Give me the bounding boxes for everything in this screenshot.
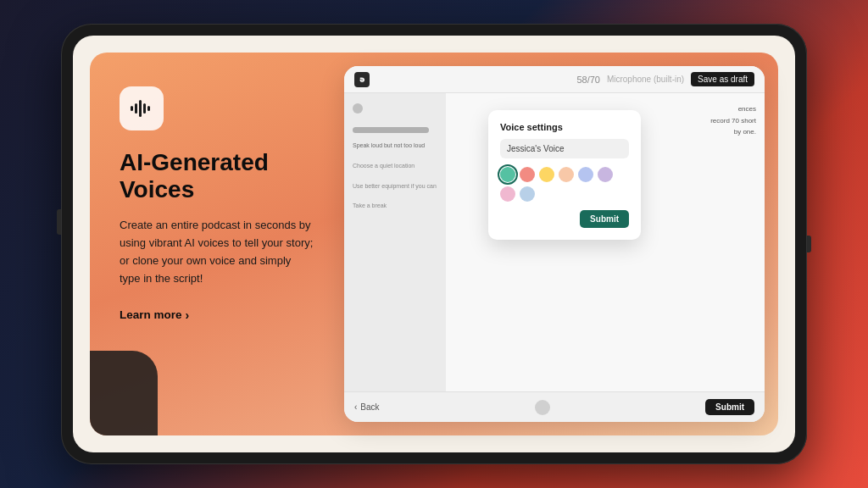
back-button[interactable]: ‹ Back [354, 402, 380, 412]
heading-line1: AI-Generated [120, 149, 269, 175]
color-option-yellow[interactable] [539, 167, 554, 182]
right-text-2: record 70 short [710, 115, 756, 127]
main-card: AI-Generated Voices Create an entire pod… [90, 53, 778, 435]
icon-badge [120, 86, 164, 130]
modal-title: Voice settings [500, 122, 629, 132]
character-counter: 58/70 [576, 75, 600, 85]
color-option-purple[interactable] [598, 167, 613, 182]
modal-submit-button[interactable]: Submit [580, 210, 629, 228]
svg-rect-1 [139, 100, 142, 117]
app-logo: ə [354, 72, 370, 87]
svg-rect-0 [135, 103, 137, 114]
svg-rect-4 [131, 106, 133, 111]
color-option-blue[interactable] [578, 167, 593, 182]
color-option-red[interactable] [520, 167, 535, 182]
sidebar-item-1 [353, 127, 429, 133]
tablet-screen: AI-Generated Voices Create an entire pod… [73, 36, 795, 452]
chevron-left-icon: ‹ [354, 402, 357, 412]
app-footer: ‹ Back Submit [344, 391, 765, 422]
back-label: Back [360, 402, 379, 412]
app-header: ə 58/70 Microphone (built-in) Save as dr… [344, 66, 765, 93]
right-panel: ə 58/70 Microphone (built-in) Save as dr… [344, 53, 778, 435]
heading-line2: Voices [120, 176, 194, 202]
learn-more-link[interactable]: Learn more › [120, 308, 314, 322]
sidebar-icon [353, 103, 363, 114]
sidebar-text-3: Use better equipment if you can [353, 182, 437, 191]
app-window: ə 58/70 Microphone (built-in) Save as dr… [344, 66, 765, 422]
sidebar-text-4: Take a break [353, 202, 437, 210]
app-sidebar: Speak loud but not too loud Choose a qui… [344, 93, 446, 391]
color-option-lightblue[interactable] [520, 186, 535, 202]
learn-more-label: Learn more [120, 308, 182, 321]
sidebar-text-1: Speak loud but not too loud [353, 141, 437, 150]
microphone-waveform-icon [130, 97, 153, 120]
microphone-label: Microphone (built-in) [607, 75, 684, 84]
color-picker [500, 167, 629, 202]
right-info-text: ences record 70 short by one. [710, 103, 756, 138]
pagination-indicator [535, 400, 550, 415]
footer-submit-button[interactable]: Submit [705, 399, 754, 415]
voice-name-input[interactable] [500, 139, 629, 158]
left-panel: AI-Generated Voices Create an entire pod… [90, 53, 344, 435]
tablet-device: AI-Generated Voices Create an entire pod… [61, 24, 807, 464]
color-option-peach[interactable] [559, 167, 574, 182]
svg-rect-2 [143, 103, 146, 114]
chevron-right-icon: › [186, 308, 190, 322]
logo-text: ə [359, 75, 364, 84]
app-main-content: ences record 70 short by one. Voice sett… [446, 93, 765, 391]
sidebar-text-2: Choose a quiet location [353, 162, 437, 170]
description-text: Create an entire podcast in seconds by u… [120, 217, 314, 287]
dark-accent-shape [90, 351, 158, 435]
right-text-1: ences [710, 103, 756, 115]
right-text-3: by one. [710, 126, 756, 138]
app-body: Speak loud but not too loud Choose a qui… [344, 93, 765, 391]
save-draft-button[interactable]: Save as draft [691, 72, 754, 86]
svg-rect-3 [147, 106, 150, 111]
heading: AI-Generated Voices [120, 149, 314, 203]
color-option-pink[interactable] [500, 186, 515, 202]
color-option-green[interactable] [500, 167, 515, 182]
voice-settings-modal: Voice settings [488, 110, 641, 240]
